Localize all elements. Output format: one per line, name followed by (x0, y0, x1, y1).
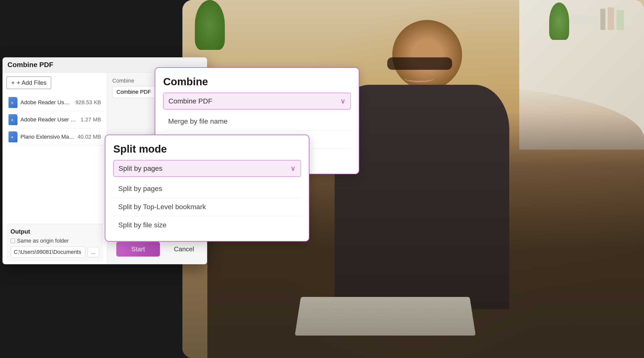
file-name-1: Adobe Reader User Guide (20, 99, 72, 106)
combine-label: Combine (112, 77, 134, 84)
split-popup-chevron-icon: ∨ (290, 164, 296, 173)
same-as-origin-checkbox[interactable] (10, 239, 15, 243)
split-popup-selected[interactable]: Split by pages ∨ (113, 160, 301, 177)
split-popup-title: Split mode (113, 143, 301, 155)
file-item-2[interactable]: A Adobe Reader User Guid... 1.27 MB (6, 111, 103, 128)
plus-icon: + (11, 79, 15, 86)
cancel-button[interactable]: Cancel (164, 242, 204, 257)
divider-1 (163, 130, 351, 131)
add-files-label: + Add Files (17, 79, 46, 86)
file-icon-3: A (8, 131, 18, 142)
combine-popup-chevron-icon: ∨ (340, 97, 346, 105)
file-name-3: Plano Extensivo Magistr... (20, 134, 74, 140)
combine-popup-selected[interactable]: Combine PDF ∨ (163, 93, 351, 109)
file-name-2: Adobe Reader User Guid... (20, 116, 78, 123)
output-path-row: C:\Users\99081\Documents ... (10, 247, 99, 258)
split-popup-selected-label: Split by pages (118, 165, 162, 173)
start-button[interactable]: Start (116, 242, 160, 257)
combine-popup-selected-label: Combine PDF (168, 97, 212, 105)
file-list: A Adobe Reader User Guide 928.53 KB A Ad… (6, 94, 103, 224)
output-checkbox-row: Same as origin folder (10, 238, 99, 244)
split-divider-2 (113, 216, 301, 216)
output-section: Output Same as origin folder C:\Users\99… (6, 224, 103, 262)
same-as-origin-label: Same as origin folder (17, 238, 69, 244)
app-title: Combine PDF (8, 61, 54, 69)
combine-popup-title: Combine (163, 76, 351, 88)
split-popup: Split mode Split by pages ∨ Split by pag… (105, 135, 310, 242)
file-panel: + + Add Files A Adobe Reader User Guide … (2, 72, 107, 264)
file-size-1: 928.53 KB (75, 99, 101, 106)
output-path-button[interactable]: ... (87, 247, 99, 257)
combine-option-1[interactable]: Merge by file name (163, 113, 351, 129)
file-size-2: 1.27 MB (80, 116, 101, 123)
split-option-1[interactable]: Split by pages (113, 181, 301, 197)
svg-text:A: A (11, 101, 13, 104)
file-item-1[interactable]: A Adobe Reader User Guide 928.53 KB (6, 94, 103, 111)
file-size-3: 40.02 MB (78, 134, 101, 140)
file-icon-2: A (8, 114, 18, 125)
svg-text:A: A (11, 136, 13, 139)
file-icon-1: A (8, 97, 18, 108)
split-divider-1 (113, 198, 301, 198)
svg-text:A: A (11, 119, 13, 121)
add-files-button[interactable]: + + Add Files (6, 76, 51, 89)
split-option-3[interactable]: Split by file size (113, 217, 301, 233)
output-label: Output (10, 228, 99, 235)
output-path-display: C:\Users\99081\Documents (10, 247, 85, 258)
split-option-2[interactable]: Split by Top-Level bookmark (113, 199, 301, 215)
combine-selected-value: Combine PDF (116, 89, 151, 95)
file-item-3[interactable]: A Plano Extensivo Magistr... 40.02 MB (6, 128, 103, 146)
